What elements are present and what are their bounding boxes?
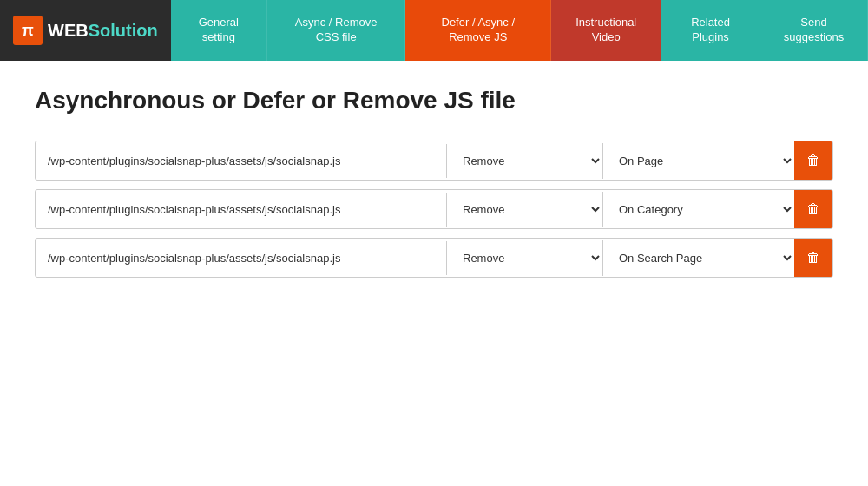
main-content: Asynchronous or Defer or Remove JS file … <box>0 61 868 486</box>
js-path-input-2[interactable] <box>36 193 447 227</box>
tab-instructional[interactable]: Instructional Video <box>551 0 661 61</box>
navbar: π WEBSolution General setting Async / Re… <box>0 0 868 61</box>
delete-button-1[interactable]: 🗑 <box>794 141 832 180</box>
delete-button-2[interactable]: 🗑 <box>794 190 832 228</box>
js-page-select-3[interactable]: On Page On Category On Search Page On Ho… <box>603 240 794 276</box>
js-action-select-1[interactable]: Remove Defer Async <box>447 143 603 179</box>
js-page-select-2[interactable]: On Page On Category On Search Page On Ho… <box>603 192 794 227</box>
js-row-2: Remove Defer Async On Page On Category O… <box>35 189 833 229</box>
page-title: Asynchronous or Defer or Remove JS file <box>35 87 833 115</box>
logo-area: π WEBSolution <box>0 0 171 61</box>
js-rows-container: Remove Defer Async On Page On Category O… <box>35 141 833 278</box>
app-wrapper: π WEBSolution General setting Async / Re… <box>0 0 868 486</box>
js-action-select-2[interactable]: Remove Defer Async <box>447 192 603 227</box>
logo-web: WEB <box>48 21 89 40</box>
js-path-input-3[interactable] <box>36 241 447 275</box>
tab-send[interactable]: Send suggestions <box>760 0 868 61</box>
tab-defer-js[interactable]: Defer / Async / Remove JS <box>405 0 551 61</box>
js-page-select-1[interactable]: On Page On Category On Search Page On Ho… <box>603 143 794 179</box>
delete-button-3[interactable]: 🗑 <box>794 239 832 277</box>
tab-related[interactable]: Related Plugins <box>661 0 760 61</box>
logo-solution: Solution <box>89 21 158 40</box>
js-action-select-3[interactable]: Remove Defer Async <box>447 240 603 276</box>
nav-tabs: General setting Async / Remove CSS file … <box>171 0 868 61</box>
js-row-1: Remove Defer Async On Page On Category O… <box>35 141 833 181</box>
tab-general[interactable]: General setting <box>171 0 267 61</box>
js-row-3: Remove Defer Async On Page On Category O… <box>35 238 833 278</box>
logo-text: WEBSolution <box>48 21 158 41</box>
logo-icon: π <box>13 16 43 45</box>
js-path-input-1[interactable] <box>36 144 447 178</box>
tab-async-css[interactable]: Async / Remove CSS file <box>267 0 405 61</box>
